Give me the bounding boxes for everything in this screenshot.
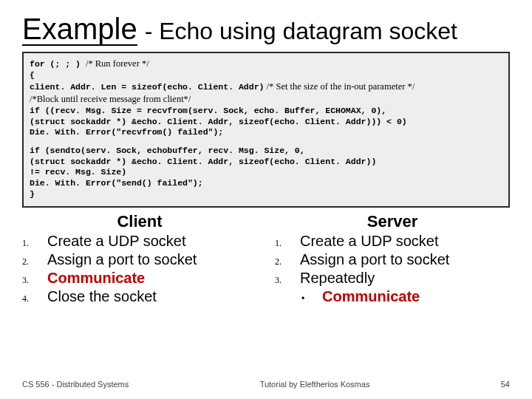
item-text: Assign a port to socket [47, 251, 197, 268]
client-heading: Client [22, 212, 257, 231]
code-line: (struct sockaddr *) &echo. Client. Addr,… [30, 117, 502, 128]
code-line: if (sendto(serv. Sock, echobuffer, recv.… [30, 146, 502, 157]
item-text: Assign a port to socket [300, 251, 449, 268]
code-comment: /*Block until receive message from clien… [30, 94, 191, 104]
footer-left: CS 556 - Distributed Systems [22, 380, 129, 389]
list-item: 3.Repeatedly [275, 270, 510, 287]
code-line: != recv. Msg. Size) [30, 167, 502, 178]
code-line: if ((recv. Msg. Size = recvfrom(serv. So… [30, 106, 502, 117]
code-line: for (; ; ) [30, 59, 86, 69]
item-text: Repeatedly [300, 270, 375, 287]
list-number: 2. [275, 256, 285, 267]
sub-item: • Communicate [301, 288, 510, 305]
bullet-icon: • [301, 293, 309, 304]
code-block: for (; ; ) /* Run forever */ { client. A… [22, 52, 510, 208]
list-number: 1. [22, 238, 33, 249]
list-number: 1. [275, 238, 285, 249]
list-number: 3. [275, 275, 285, 286]
code-comment: /* Run forever */ [86, 58, 149, 69]
code-line: Die. With. Error("recvfrom() failed"); [30, 127, 502, 138]
code-line: { [30, 70, 502, 81]
list-item: 2.Assign a port to socket [275, 251, 510, 268]
footer-center: Tutorial by Eleftherios Kosmas [260, 380, 370, 389]
server-column: Server 1.Create a UDP socket 2.Assign a … [275, 212, 510, 307]
list-number: 2. [22, 256, 33, 267]
title-rest: - Echo using datagram socket [145, 19, 457, 44]
item-text: Create a UDP socket [47, 233, 186, 250]
list-item: 2.Assign a port to socket [22, 251, 257, 268]
list-item: 4.Close the socket [22, 288, 257, 305]
list-number: 4. [22, 293, 33, 304]
server-heading: Server [275, 212, 510, 231]
code-line: Die. With. Error("send() failed"); [30, 178, 502, 189]
code-line: (struct sockaddr *) &echo. Client. Addr,… [30, 157, 502, 168]
list-item: 1.Create a UDP socket [22, 233, 257, 250]
footer-page-number: 54 [501, 380, 510, 389]
code-line: client. Addr. Len = sizeof(echo. Client.… [30, 82, 264, 92]
title-underlined: Example [22, 13, 137, 46]
client-column: Client 1.Create a UDP socket 2.Assign a … [22, 212, 257, 307]
item-text: Communicate [47, 270, 145, 287]
slide-footer: CS 556 - Distributed Systems Tutorial by… [22, 380, 510, 389]
sub-item-text: Communicate [322, 288, 420, 305]
item-text: Close the socket [47, 288, 157, 305]
item-text: Create a UDP socket [300, 233, 439, 250]
list-item: 3.Communicate [22, 270, 257, 287]
slide-title: Example - Echo using datagram socket [22, 13, 510, 46]
columns: Client 1.Create a UDP socket 2.Assign a … [22, 212, 510, 307]
list-number: 3. [22, 275, 33, 286]
code-line: } [30, 189, 502, 200]
list-item: 1.Create a UDP socket [275, 233, 510, 250]
code-comment: /* Set the size of the in-out parameter … [264, 81, 415, 92]
